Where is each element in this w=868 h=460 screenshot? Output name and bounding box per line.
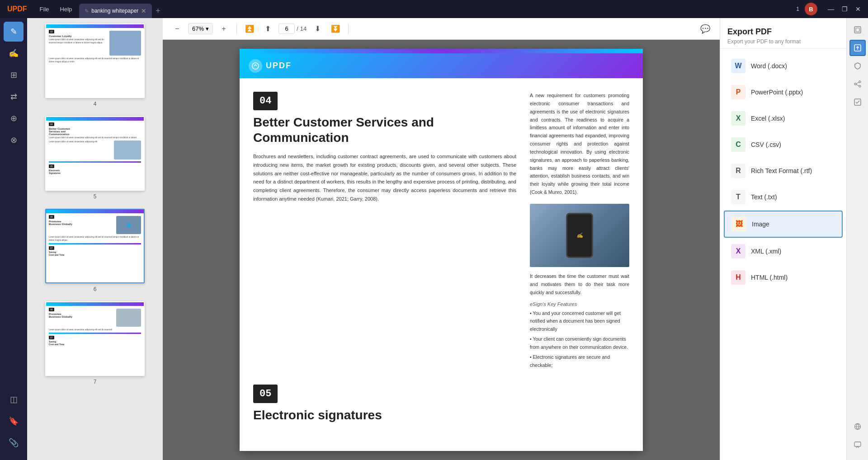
svg-point-0 <box>252 63 259 69</box>
zoom-in-button[interactable]: + <box>217 22 231 36</box>
toolbar-separator-1 <box>236 23 237 34</box>
tab-edit-icon: ✎ <box>85 8 89 14</box>
menu-file[interactable]: File <box>34 0 55 18</box>
sidebar-icon-ocr[interactable]: ⊕ <box>4 108 24 128</box>
edge-icon-check[interactable] <box>849 94 866 110</box>
export-format-list: W Word (.docx) P PowerPoint (.pptx) X Ex… <box>720 49 846 460</box>
sidebar-icon-layers[interactable]: ◫ <box>4 390 24 409</box>
edge-icon-export[interactable] <box>849 40 866 56</box>
document-tab[interactable]: ✎ banking whitepaper ✕ <box>79 4 152 18</box>
bullet-3: • Electronic signatures are secure and c… <box>530 353 629 370</box>
sidebar-icon-stamp[interactable]: ⊗ <box>4 130 24 150</box>
thumbnail-img-4[interactable]: 03 Customer Loyalty Lorem ipsum dolor si… <box>45 23 145 98</box>
edge-icon-screenshot[interactable] <box>849 22 866 38</box>
page-updf-header: UPDF <box>240 53 643 78</box>
edge-icon-share[interactable] <box>849 76 866 92</box>
bullet-1: • You and your concerned customer will g… <box>530 310 629 334</box>
thumbnail-page-7[interactable]: 06 PromotesBusiness Globally Lorem ipsum… <box>27 296 163 389</box>
phone-icon: ✍ <box>566 213 593 258</box>
page-indicator[interactable]: 1 <box>793 4 803 14</box>
thumbnail-page-4[interactable]: 03 Customer Loyalty Lorem ipsum dolor si… <box>27 18 163 111</box>
csv-label: CSV (.csv) <box>751 141 781 148</box>
section-04-title: Better Customer Services and Communicati… <box>253 115 516 145</box>
zoom-out-button[interactable]: − <box>170 22 184 36</box>
section-05-title: Electronic signatures <box>253 408 629 423</box>
export-rtf[interactable]: R Rich Text Format (.rtf) <box>724 158 843 183</box>
esign-features-title: eSign's Key Features <box>530 301 629 307</box>
svg-rect-2 <box>856 28 859 32</box>
page-body: 04 Better Customer Services and Communic… <box>240 78 643 385</box>
section-05: 05 Electronic signatures <box>240 385 643 432</box>
zoom-display[interactable]: 67% ▾ <box>188 23 213 34</box>
export-csv[interactable]: C CSV (.csv) <box>724 132 843 157</box>
bullet-2: • Your client can conveniently sign docu… <box>530 335 629 352</box>
sidebar-icon-edit[interactable]: ✎ <box>4 22 24 42</box>
page-right-column: A new requirement for customers promotin… <box>530 92 629 371</box>
pdf-viewer[interactable]: UPDF 04 Better Customer Services and Com… <box>163 40 720 460</box>
export-txt[interactable]: T Text (.txt) <box>724 184 843 210</box>
user-avatar[interactable]: B <box>805 3 817 15</box>
excel-icon: X <box>731 111 745 126</box>
rtf-icon: R <box>731 164 745 178</box>
xml-label: XML (.xml) <box>751 248 781 255</box>
rtf-label: Rich Text Format (.rtf) <box>751 167 812 174</box>
svg-point-6 <box>859 85 861 87</box>
maximize-button[interactable]: ❐ <box>838 3 851 15</box>
close-button[interactable]: ✕ <box>852 3 864 15</box>
thumbnail-img-7[interactable]: 06 PromotesBusiness Globally Lorem ipsum… <box>45 301 145 376</box>
next-page-button[interactable]: ⬇ <box>310 22 325 36</box>
word-icon: W <box>731 59 745 73</box>
thumbnail-page-6[interactable]: 06 🌐 PromotesBusiness Globally Lorem ips… <box>27 203 163 296</box>
sidebar-icon-annotate[interactable]: ✍ <box>4 43 24 63</box>
total-pages-text: 14 <box>300 25 307 32</box>
zoom-dropdown-icon: ▾ <box>206 25 209 32</box>
word-label: Word (.docx) <box>751 62 787 70</box>
powerpoint-label: PowerPoint (.pptx) <box>751 89 803 96</box>
html-label: HTML (.html) <box>751 274 788 281</box>
toolbar-separator-2 <box>348 23 349 34</box>
thumbnail-label-7: 7 <box>94 379 97 385</box>
svg-rect-9 <box>854 442 861 446</box>
sidebar-icon-convert[interactable]: ⇄ <box>4 87 24 107</box>
thumbnail-img-5[interactable]: 04 Better CustomerServices andCommunicat… <box>45 116 145 191</box>
sidebar-icon-attachment[interactable]: 📎 <box>4 433 24 453</box>
last-page-button[interactable]: ⏬ <box>328 22 343 36</box>
first-page-button[interactable]: ⏫ <box>242 22 257 36</box>
thumbnail-label-5: 5 <box>94 193 97 200</box>
edge-icon-chat[interactable] <box>849 437 866 453</box>
powerpoint-icon: P <box>731 85 745 99</box>
page-left-column: 04 Better Customer Services and Communic… <box>253 92 516 371</box>
thumbnail-img-6[interactable]: 06 🌐 PromotesBusiness Globally Lorem ips… <box>45 209 145 283</box>
esign-image: ✍ <box>530 204 629 267</box>
tab-close-button[interactable]: ✕ <box>141 7 146 14</box>
page-number-input[interactable] <box>278 23 295 34</box>
thumbnail-page-5[interactable]: 04 Better CustomerServices andCommunicat… <box>27 111 163 203</box>
section-04-badge: 04 <box>253 92 278 110</box>
sidebar-icon-pages[interactable]: ⊞ <box>4 65 24 85</box>
section-04-body-right: A new requirement for customers promotin… <box>530 92 629 197</box>
updf-logo-text: UPDF <box>266 61 292 70</box>
updf-logo-icon <box>249 59 262 73</box>
export-pdf-title: Export PDF <box>727 27 839 37</box>
export-word[interactable]: W Word (.docx) <box>724 53 843 79</box>
export-excel[interactable]: X Excel (.xlsx) <box>724 106 843 131</box>
edge-icon-translate[interactable] <box>849 418 866 435</box>
svg-point-4 <box>859 81 861 83</box>
export-powerpoint[interactable]: P PowerPoint (.pptx) <box>724 80 843 105</box>
comment-button[interactable]: 💬 <box>698 22 712 36</box>
export-html[interactable]: H HTML (.html) <box>724 265 843 290</box>
thumbnails-panel: 03 Customer Loyalty Lorem ipsum dolor si… <box>27 18 163 460</box>
edge-icon-security[interactable] <box>849 58 866 74</box>
html-icon: H <box>731 270 745 285</box>
thumbnail-label-6: 6 <box>94 286 97 292</box>
export-xml[interactable]: X XML (.xml) <box>724 239 843 264</box>
zoom-level-text: 67% <box>192 25 204 32</box>
right-edge-panel <box>846 18 868 460</box>
menu-help[interactable]: Help <box>55 0 78 18</box>
prev-page-button[interactable]: ⬆ <box>260 22 275 36</box>
export-image[interactable]: 🖼 Image <box>724 211 843 238</box>
minimize-button[interactable]: — <box>825 3 837 15</box>
add-tab-button[interactable]: + <box>152 6 164 16</box>
sidebar-icon-bookmark[interactable]: 🔖 <box>4 411 24 431</box>
page-separator: / <box>297 25 298 32</box>
